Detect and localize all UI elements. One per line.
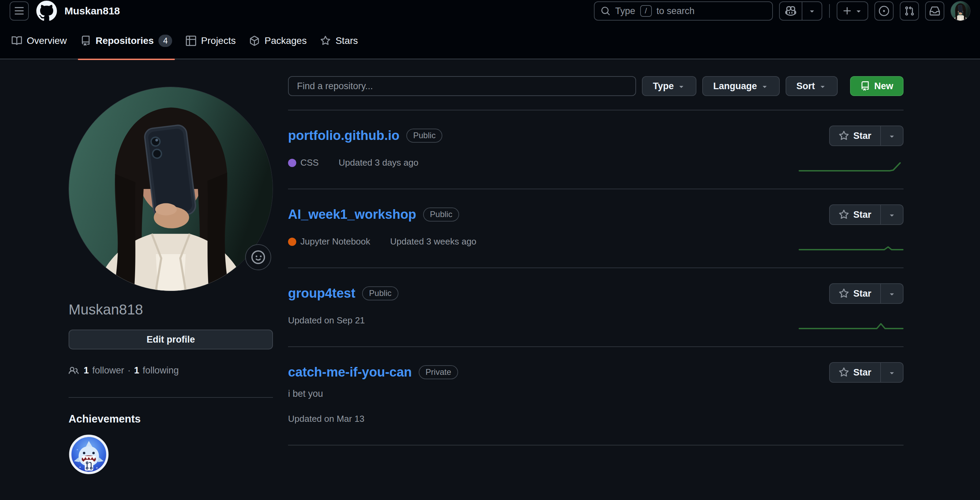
repository-list-item: portfolio.github.io Public CSS Updated 3…: [288, 110, 904, 189]
header-context-title[interactable]: Muskan818: [64, 5, 120, 17]
repo-filter-toolbar: Type Language Sort New: [288, 76, 904, 96]
repo-link[interactable]: catch-me-if-you-can: [288, 365, 412, 380]
three-bars-icon: [14, 6, 24, 16]
package-icon: [249, 36, 259, 46]
star-button-label: Star: [853, 288, 871, 299]
chevron-down-icon: [888, 211, 896, 219]
book-icon: [12, 36, 22, 46]
repo-link[interactable]: portfolio.github.io: [288, 128, 399, 143]
tab-label: Overview: [27, 35, 67, 46]
tab-packages[interactable]: Packages: [242, 22, 313, 59]
tab-stars[interactable]: Stars: [313, 22, 364, 59]
pull-shark-badge-image: [68, 434, 109, 475]
inbox-icon: [930, 6, 940, 16]
star-button[interactable]: Star: [829, 362, 904, 383]
chevron-down-icon: [677, 82, 686, 91]
tab-projects[interactable]: Projects: [179, 22, 242, 59]
edit-profile-button[interactable]: Edit profile: [68, 330, 273, 349]
dot-separator: ·: [127, 365, 130, 376]
profile-sidebar: Muskan818 Edit profile 1 follower · 1 fo…: [68, 87, 273, 475]
pull-requests-button[interactable]: [900, 2, 919, 21]
profile-avatar[interactable]: [68, 87, 273, 291]
star-button[interactable]: Star: [829, 204, 904, 225]
smiley-icon: [251, 250, 265, 264]
repo-icon: [860, 81, 870, 91]
avatar-image: [951, 2, 970, 21]
following-count[interactable]: 1: [134, 365, 139, 376]
type-filter-label: Type: [653, 81, 674, 92]
chevron-down-icon: [888, 290, 896, 298]
follower-label[interactable]: follower: [92, 365, 124, 376]
notifications-inbox-button[interactable]: [925, 2, 944, 21]
new-button-label: New: [874, 81, 893, 92]
star-button-label: Star: [853, 131, 871, 141]
language-filter-button[interactable]: Language: [702, 76, 780, 96]
repo-link[interactable]: AI_week1_workshop: [288, 207, 416, 222]
tab-repositories[interactable]: Repositories 4: [74, 22, 179, 59]
language-color-dot: [288, 159, 296, 167]
active-tab-underline: [78, 59, 175, 60]
global-nav-menu-button[interactable]: [10, 2, 29, 21]
star-menu-caret[interactable]: [880, 363, 903, 382]
repo-activity-graph: [799, 238, 904, 255]
repo-link[interactable]: group4test: [288, 286, 355, 301]
following-label[interactable]: following: [143, 365, 179, 376]
copilot-menu-caret[interactable]: [802, 2, 822, 20]
language-label: CSS: [301, 158, 318, 168]
header-divider: [829, 4, 830, 18]
tab-label: Repositories: [95, 35, 154, 46]
new-repository-button[interactable]: New: [850, 76, 904, 96]
repo-updated-text: Updated on Mar 13: [288, 414, 364, 424]
pull-shark-badge[interactable]: [68, 434, 109, 475]
follower-count[interactable]: 1: [84, 365, 89, 376]
star-icon: [839, 288, 849, 299]
find-repository-input[interactable]: [288, 76, 636, 96]
type-filter-button[interactable]: Type: [642, 76, 697, 96]
chevron-down-icon: [818, 82, 827, 91]
git-pull-request-icon: [904, 6, 915, 16]
star-button-label: Star: [853, 210, 871, 220]
repo-updated-text: Updated on Sep 21: [288, 315, 365, 326]
repo-visibility-badge: Public: [362, 287, 398, 300]
repo-icon: [81, 36, 91, 46]
repo-visibility-badge: Public: [406, 129, 442, 143]
tab-label: Projects: [201, 35, 235, 46]
repo-updated-text: Updated 3 weeks ago: [390, 236, 477, 247]
star-menu-caret[interactable]: [880, 205, 903, 224]
issue-opened-icon: [879, 6, 889, 16]
repo-visibility-badge: Private: [419, 365, 458, 379]
star-button-label: Star: [853, 367, 871, 378]
github-logo-icon[interactable]: [37, 1, 57, 21]
star-button[interactable]: Star: [829, 126, 904, 146]
star-menu-caret[interactable]: [880, 126, 903, 145]
issues-button[interactable]: [874, 2, 894, 21]
star-button[interactable]: Star: [829, 283, 904, 304]
repo-visibility-badge: Public: [423, 207, 459, 221]
star-menu-caret[interactable]: [880, 284, 903, 303]
repo-language: Jupyter Notebook: [288, 236, 370, 247]
slash-key-hint: /: [640, 5, 652, 17]
create-new-button[interactable]: [837, 2, 868, 21]
repository-list-item: group4test Public Updated on Sep 21 Star: [288, 268, 904, 347]
set-status-button[interactable]: [245, 244, 271, 270]
search-placeholder-suffix: to search: [657, 6, 695, 16]
copilot-button[interactable]: [779, 2, 822, 21]
table-icon: [186, 36, 196, 46]
language-label: Jupyter Notebook: [301, 236, 370, 247]
language-filter-label: Language: [713, 81, 757, 92]
chevron-down-icon: [808, 7, 816, 15]
user-avatar[interactable]: [950, 1, 970, 21]
repo-activity-graph: [799, 317, 904, 334]
followers-line: 1 follower · 1 following: [68, 365, 273, 376]
star-icon: [839, 131, 849, 141]
tab-overview[interactable]: Overview: [5, 22, 74, 59]
sort-filter-label: Sort: [797, 81, 815, 92]
tab-label: Packages: [264, 35, 307, 46]
profile-username: Muskan818: [68, 301, 273, 318]
plus-icon: [842, 6, 853, 16]
tab-label: Stars: [336, 35, 358, 46]
global-search-input[interactable]: Type / to search: [594, 2, 773, 21]
chevron-down-icon: [760, 82, 769, 91]
star-icon: [320, 36, 331, 46]
sort-filter-button[interactable]: Sort: [786, 76, 838, 96]
